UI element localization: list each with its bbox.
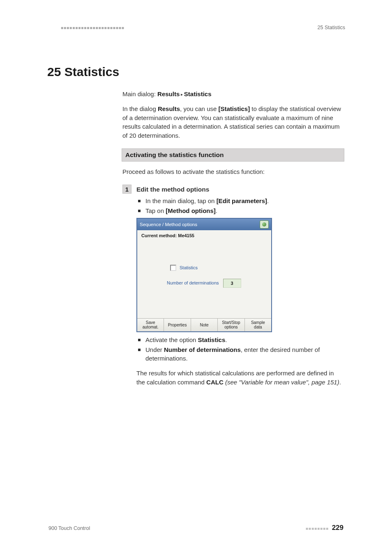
dialog-path-statistics: Statistics [184,90,212,97]
list-item: Under Number of determinations, enter th… [136,345,344,363]
proceed-text: Proceed as follows to activate the stati… [122,167,344,176]
step-number: 1 [122,185,131,194]
statistics-checkbox[interactable] [170,265,176,271]
screenshot-title: Sequence / Method options [140,221,197,228]
dialog-path-sep: ▸ [180,92,184,97]
post-bullet-list: Activate the option Statistics. Under Nu… [136,335,344,363]
current-method-label: Current method: Me4155 [141,233,267,239]
home-button[interactable] [260,220,269,229]
screenshot-tabs: Saveautomat. Properties Note Start/Stopo… [137,318,271,331]
tab-sample-data[interactable]: Sampledata [245,319,271,331]
tab-startstop-options[interactable]: Start/Stopoptions [218,319,244,331]
dialog-path-prefix: Main dialog: [122,90,157,97]
header-section-label: 25 Statistics [318,25,345,30]
page-footer: 900 Touch Control ■■■■■■■■ 229 [48,524,344,532]
num-determinations-label: Number of determinations [167,280,219,287]
num-determinations-input[interactable]: 3 [223,279,241,288]
header-decor-squares: ■■■■■■■■■■■■■■■■■■■■■■ [61,25,125,30]
statistics-label: Statistics [180,265,198,271]
step-1: 1 Edit the method options In the main di… [122,185,344,387]
dialog-path: Main dialog: Results ▸ Statistics [122,90,344,99]
embedded-screenshot: Sequence / Method options Current method… [136,218,272,332]
home-icon [262,222,266,227]
chapter-title: 25 Statistics [47,65,344,79]
screenshot-titlebar: Sequence / Method options [137,219,271,230]
list-item: Activate the option Statistics. [136,335,344,345]
tab-save-automat[interactable]: Saveautomat. [137,319,164,331]
tab-properties[interactable]: Properties [164,319,191,331]
list-item: Tap on [Method options]. [136,206,344,215]
footer-decor-squares: ■■■■■■■■ [306,526,329,531]
page-number: 229 [332,524,344,532]
dialog-path-results: Results [157,90,180,97]
sub-heading-activating: Activating the statistics function [122,148,344,162]
intro-paragraph: In the dialog Results, you can use [Stat… [122,104,344,140]
step-title: Edit the method options [136,185,209,194]
list-item: In the main dialog, tap on [Edit paramet… [136,197,344,206]
tab-note[interactable]: Note [191,319,218,331]
page-header: ■■■■■■■■■■■■■■■■■■■■■■ 25 Statistics [61,25,345,30]
result-paragraph: The results for which statistical calcul… [136,369,344,387]
pre-bullet-list: In the main dialog, tap on [Edit paramet… [136,197,344,215]
footer-product: 900 Touch Control [48,525,90,531]
